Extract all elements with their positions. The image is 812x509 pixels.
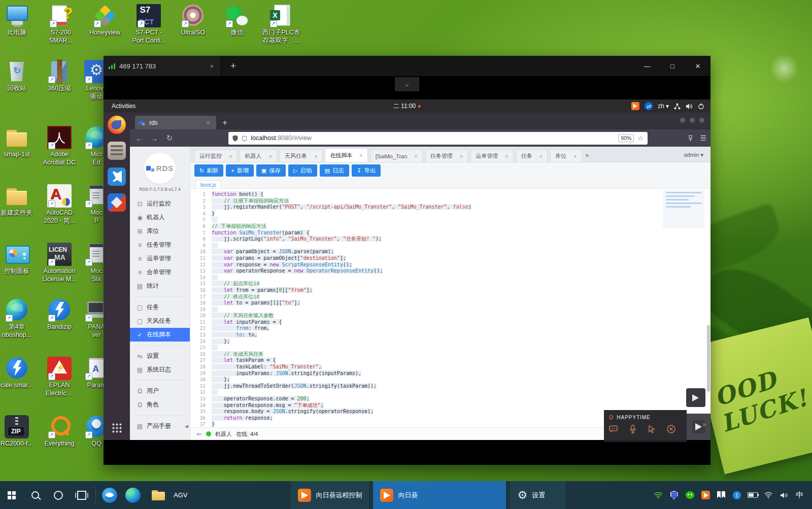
settings-button[interactable]: ⚙ 设置 [510, 481, 565, 509]
activities-button[interactable]: Activities [104, 103, 144, 110]
new-tab-button[interactable]: + [222, 118, 227, 128]
firefox-tab-rds[interactable]: rds × [135, 116, 216, 129]
close-tab-icon[interactable]: × [359, 152, 362, 158]
docs-tray-icon[interactable] [716, 490, 726, 500]
bluetooth-icon[interactable]: ᛒ [732, 490, 742, 500]
maximize-button[interactable]: □ [660, 62, 685, 70]
app-tab-天风任务[interactable]: 天风任务× [280, 150, 322, 162]
edge-button[interactable] [121, 481, 145, 509]
sunflower-side-panel[interactable] [687, 414, 710, 440]
app-tab-任务[interactable]: 任务× [516, 150, 548, 162]
desktop-icon[interactable]: ↗UltraISO [172, 4, 214, 37]
desktop-icon[interactable]: 回收站 [0, 60, 38, 93]
battery-icon[interactable] [748, 490, 758, 500]
desktop-icon[interactable]: RC2000-f... [0, 415, 38, 448]
microphone-icon[interactable] [628, 425, 637, 433]
app-tab-运行监控[interactable]: 运行监控× [194, 150, 237, 162]
power-icon[interactable] [698, 103, 704, 110]
sidebar-item-系统日志[interactable]: ▤系统日志 [130, 363, 190, 377]
sidebar-item-运行监控[interactable]: ⊡运行监控 [130, 197, 190, 211]
sidebar-collapse-icon[interactable]: ◀ [185, 424, 188, 429]
chat-icon[interactable] [609, 425, 618, 433]
task-view-button[interactable] [70, 481, 93, 509]
search-button[interactable] [23, 481, 47, 509]
firefox-dock-icon[interactable] [108, 116, 126, 134]
ubuntu-clock[interactable]: 二 11:00 [393, 102, 421, 111]
remote-session-tab[interactable]: 469 171 783 × [104, 56, 221, 76]
sidebar-item-合单管理[interactable]: ≡合单管理 [130, 265, 190, 279]
close-tab-icon[interactable]: × [460, 153, 463, 159]
desktop-icon[interactable]: cale.smar... [0, 357, 38, 390]
volume-icon[interactable] [686, 103, 693, 110]
window-button[interactable] [680, 118, 685, 123]
forward-button[interactable]: → [149, 134, 159, 143]
close-circle-icon[interactable] [667, 425, 675, 433]
input-language-menu[interactable]: zh ▾ [658, 103, 669, 110]
toolbar-button-导出[interactable]: ↧导出 [352, 164, 381, 177]
toolbar-button-日志[interactable]: ▤日志 [320, 164, 349, 177]
close-tab-icon[interactable]: × [505, 153, 508, 159]
toolbar-button-启动[interactable]: ▷启动 [288, 164, 317, 177]
close-tab-icon[interactable]: × [414, 153, 417, 159]
bookmark-star-icon[interactable]: ☆ [637, 134, 644, 142]
reload-button[interactable]: ↻ [164, 133, 175, 143]
app-tab-库位[interactable]: 库位× [550, 150, 582, 162]
teamviewer-tray-icon[interactable]: ⇄ [645, 102, 653, 110]
desktop-icon[interactable]: smap-1st [0, 126, 38, 159]
agv-folder-button[interactable]: AGV [145, 481, 194, 509]
ime-indicator[interactable]: 中 [795, 490, 805, 500]
close-tab-icon[interactable]: × [573, 153, 577, 159]
more-tabs-icon[interactable]: » [586, 152, 589, 159]
wifi-icon[interactable] [653, 490, 663, 500]
close-tab-icon[interactable]: × [539, 153, 543, 159]
page-info-icon[interactable]: ▢ [242, 134, 247, 142]
toolbar-button-新增[interactable]: +新增 [226, 164, 253, 177]
desktop-icon[interactable]: ↗西门子PLC寄 存器双字、... [260, 4, 302, 45]
zoom-level-badge[interactable]: 90% [618, 134, 634, 142]
url-text[interactable]: localhost:8080/#/view [251, 134, 615, 142]
file-tab-bootjs[interactable]: boot.js [195, 180, 221, 188]
sidebar-item-用户[interactable]: Ω用户 [130, 384, 190, 398]
cellular-signal-icon[interactable] [763, 490, 773, 500]
save-to-pocket-icon[interactable]: ⊽ [688, 134, 693, 142]
sidebar-item-机器人[interactable]: ◉机器人 [130, 211, 190, 224]
desktop-icon[interactable]: ↗Honeyview [84, 4, 126, 37]
desktop-icon[interactable]: ↗第4章 oboshop... [0, 298, 38, 339]
minimize-button[interactable]: — [634, 62, 660, 70]
remote-toolbar-chevron[interactable]: ⌄ [395, 77, 419, 91]
status-collapse-icon[interactable]: ⇐ [196, 430, 202, 438]
show-applications-icon[interactable] [112, 423, 122, 433]
menu-icon[interactable]: ☰ [700, 134, 706, 142]
window-button[interactable] [690, 118, 695, 123]
network-icon[interactable] [674, 103, 681, 110]
files-dock-icon[interactable] [108, 142, 126, 160]
address-bar[interactable]: ▢ localhost:8080/#/view 90% ☆ [228, 132, 648, 145]
editor-minimap[interactable] [663, 190, 704, 228]
close-tab-icon[interactable]: × [229, 153, 232, 159]
sunflower-remote-control-button[interactable]: 向日葵远程控制 [291, 481, 369, 509]
desktop-icon[interactable]: ↗360压缩 [38, 60, 81, 93]
close-button[interactable]: ✕ [685, 62, 710, 70]
desktop-icon[interactable]: ↗Adobe Acrobat DC [38, 126, 81, 166]
sidebar-item-库位[interactable]: ⊞库位 [130, 224, 190, 238]
desktop-icon[interactable]: ↗S7-200 SMAR... [40, 4, 82, 45]
close-tab-icon[interactable]: × [204, 119, 212, 126]
security-shield-icon[interactable] [669, 490, 679, 500]
sunflower-float-widget[interactable]: ⋮ [686, 388, 705, 407]
drag-handle-icon[interactable]: ⋮ [705, 392, 710, 397]
desktop-icon[interactable]: ↗Bandizip [38, 298, 81, 331]
sidebar-item-设置[interactable]: ⇋设置 [130, 349, 190, 363]
close-tab-icon[interactable]: × [268, 153, 272, 159]
qq-browser-button[interactable] [98, 481, 121, 509]
sunflower-tray-icon[interactable] [700, 490, 710, 500]
new-session-button[interactable]: + [230, 60, 236, 72]
wechat-tray-icon[interactable] [685, 490, 695, 500]
cortana-button[interactable] [47, 481, 70, 509]
desktop-icon[interactable]: ↗Automation License M... [38, 243, 81, 283]
close-session-icon[interactable]: × [208, 62, 216, 70]
editor-scrollbar[interactable] [707, 325, 710, 392]
desktop-icon[interactable]: 新建文件夹 [0, 184, 38, 217]
sunflower-tray-icon[interactable] [631, 102, 639, 110]
sidebar-item-角色[interactable]: Ω角色 [130, 398, 190, 412]
app-tab-机器人[interactable]: 机器人× [240, 150, 277, 162]
